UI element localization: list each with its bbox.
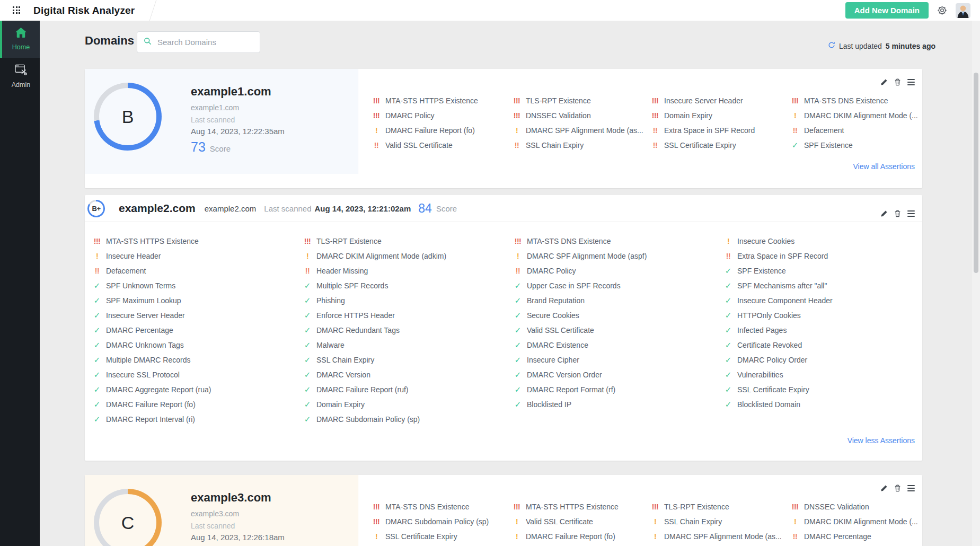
assertion-item: !!!MTA-STS DNS Existence [790,93,918,108]
assertion-item: !!Extra Space in SPF Record [723,249,833,263]
assertion-item: !!!DNSSEC Validation [511,108,643,123]
severity-pass-icon: ✓ [92,415,102,424]
assertion-label: DNSSEC Validation [526,111,591,120]
severity-critical-icon: !!! [790,96,800,105]
severity-pass-icon: ✓ [302,400,313,409]
delete-icon[interactable] [894,78,901,86]
grade-letter: C [99,494,156,546]
assertion-item: ✓SPF Maximum Lookup [92,293,211,308]
menu-icon[interactable] [907,79,915,85]
menu-icon[interactable] [907,210,915,217]
assertion-item: !!SSL Chain Expiry [511,138,643,153]
last-updated-value: 5 minutes ago [886,42,935,50]
add-new-domain-button[interactable]: Add New Domain [845,2,929,19]
edit-icon[interactable] [880,210,888,217]
sidebar: Home Admin [0,21,40,546]
assertion-item: !SSL Certificate Expiry [371,529,489,544]
last-scanned-label: Last scanned [264,204,311,213]
scrollbar-track[interactable] [972,21,980,546]
severity-pass-icon: ✓ [723,266,734,276]
assertion-item: !DMARC SPF Alignment Mode (as... [650,529,782,544]
severity-pass-icon: ✓ [302,370,313,380]
sidebar-item-label: Home [12,43,30,51]
user-avatar[interactable] [956,3,970,18]
assertion-item: !DMARC Failure Report (fo) [371,123,478,138]
assertion-item: ✓Insecure SSL Protocol [92,367,211,382]
assertion-item: ✓SPF Unknown Terms [92,278,211,293]
assertion-label: Phishing [316,296,345,305]
severity-warning-icon: ! [511,126,522,135]
severity-pass-icon: ✓ [92,370,102,380]
assertion-item: ✓DMARC Failure Report (fo) [92,397,211,412]
assertion-item: ✓DMARC Percentage [92,323,211,338]
severity-pass-icon: ✓ [513,355,523,365]
assertion-item: !!!TLS-RPT Existence [511,93,643,108]
view-assertions-link[interactable]: View less Assertions [847,436,915,445]
severity-pass-icon: ✓ [92,296,102,305]
severity-warning-icon: ! [790,111,800,120]
severity-warning-icon: ! [650,532,660,541]
assertion-label: Infected Pages [737,326,787,334]
severity-critical-icon: !!! [650,503,660,511]
assertion-label: DMARC SPF Alignment Mode (aspf) [527,252,647,260]
score-label: Score [436,204,457,213]
view-assertions-link[interactable]: View all Assertions [853,162,915,171]
refresh-icon[interactable] [828,41,835,50]
assertion-item: !DMARC DKIM Alignment Mode (... [790,108,918,123]
assertion-label: MTA-STS DNS Existence [527,237,611,245]
severity-pass-icon: ✓ [513,385,523,394]
assertion-label: Defacement [106,267,146,275]
last-scanned-label: Last scanned [191,522,285,530]
severity-pass-icon: ✓ [723,355,734,365]
assertion-item: !SSL Chain Expiry [650,514,782,529]
assertion-label: DMARC DKIM Alignment Mode (... [804,517,918,526]
page-title: Domains [85,34,134,48]
severity-warning-icon: ! [92,252,102,260]
last-scanned-label: Last scanned [191,116,285,124]
severity-critical-icon: !!! [371,96,382,105]
severity-pass-icon: ✓ [513,325,523,335]
settings-gear-icon[interactable] [937,5,948,16]
grade-ring: C [94,489,162,546]
scrollbar-thumb[interactable] [974,73,978,273]
assertion-label: Secure Cookies [527,311,579,320]
assertion-label: Extra Space in SPF Record [664,126,755,135]
severity-warning-icon: ! [511,532,522,541]
severity-high-icon: !! [302,267,313,275]
severity-warning-icon: ! [371,532,382,541]
assertion-item: ✓Brand Reputation [513,293,647,308]
sidebar-item-admin[interactable]: Admin [0,58,40,95]
assertion-item: ✓SPF Existence [790,138,918,153]
assertion-label: SSL Certificate Expiry [385,532,457,541]
assertion-column: !!!TLS-RPT Existence!!!DNSSEC Validation… [511,93,643,153]
assertion-column: !!!MTA-STS HTTPS Existence!Valid SSL Cer… [511,499,619,544]
delete-icon[interactable] [894,485,901,492]
assertion-label: SPF Existence [737,267,786,275]
edit-icon[interactable] [880,78,888,86]
assertion-item: ✓Certificate Revoked [723,338,833,353]
search-input[interactable] [156,37,251,47]
search-box [137,31,260,53]
severity-warning-icon: ! [650,517,660,526]
assertion-label: SSL Chain Expiry [316,356,374,364]
assertion-item: ✓DMARC Policy Order [723,353,833,367]
assertion-label: Insecure SSL Protocol [106,371,180,379]
assertion-label: DMARC Policy Order [737,356,807,364]
assertion-item: !!!MTA-STS HTTPS Existence [511,499,619,514]
assertion-label: DMARC Failure Report (fo) [526,532,615,541]
menu-icon[interactable] [907,485,915,491]
severity-pass-icon: ✓ [302,296,313,305]
severity-critical-icon: !!! [650,111,660,120]
app-launcher-icon[interactable] [13,6,21,14]
assertion-item: !!Header Missing [302,263,446,278]
assertion-item: !DMARC Failure Report (fo) [511,529,619,544]
delete-icon[interactable] [894,210,901,217]
severity-critical-icon: !!! [511,503,522,511]
edit-icon[interactable] [880,485,888,492]
assertion-label: MTA-STS HTTPS Existence [385,96,478,105]
last-updated: Last updated 5 minutes ago [828,41,935,50]
assertion-item: ✓DMARC Redundant Tags [302,323,446,338]
severity-pass-icon: ✓ [723,385,734,394]
sidebar-item-home[interactable]: Home [0,21,40,58]
assertion-item: ✓Enforce HTTPS Header [302,308,446,323]
